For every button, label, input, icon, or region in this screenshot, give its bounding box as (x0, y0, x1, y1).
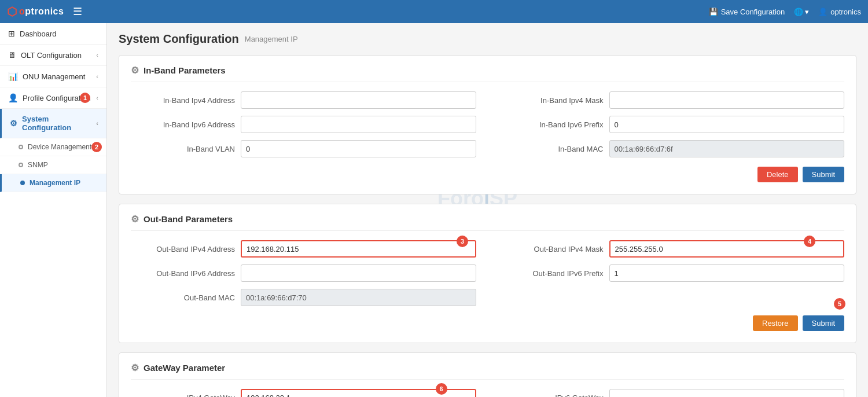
in-band-ipv6-prefix-input[interactable] (609, 116, 845, 133)
sidebar-item-system-config[interactable]: ⚙ System Configuration ‹ (0, 109, 106, 138)
in-band-section: ⚙ In-Band Parameters In-Band Ipv4 Addres… (119, 55, 856, 194)
in-band-form: In-Band Ipv4 Address In-Band Ipv4 Mask I… (131, 91, 844, 157)
in-band-mac-label: In-Band MAC (499, 145, 604, 153)
in-band-vlan-row: In-Band VLAN (131, 140, 476, 157)
sidebar-sub-item-snmp[interactable]: SNMP (0, 156, 106, 174)
out-band-mac-label: Out-Band MAC (131, 293, 235, 302)
in-band-delete-button[interactable]: Delete (757, 167, 798, 182)
language-selector[interactable]: 🌐 ▾ (794, 8, 809, 16)
page-header: System Configuration Management IP (119, 32, 856, 46)
out-band-ipv6-address-input[interactable] (241, 264, 476, 282)
sidebar-item-label: Dashboard (20, 30, 57, 38)
sidebar-sub-item-management-ip[interactable]: Management IP (0, 174, 106, 192)
gateway-title: ⚙ GateWay Parameter (131, 362, 844, 380)
out-band-ipv6-prefix-row: Out-Band IPv6 Prefix (499, 264, 845, 282)
settings-icon: ⚙ (131, 362, 139, 373)
sidebar: ⊞ Dashboard 🖥 OLT Configuration ‹ 📊 ONU … (0, 23, 107, 397)
sidebar-item-dashboard[interactable]: ⊞ Dashboard (0, 23, 106, 45)
out-band-mac-input (241, 289, 476, 306)
save-configuration-button[interactable]: 💾 Save Configuration (709, 8, 785, 16)
in-band-ipv6-address-input[interactable] (241, 116, 476, 133)
chevron-right-icon: ‹ (96, 94, 98, 101)
badge-6: 6 (436, 383, 447, 395)
brand-logo: ⬡ optronics (7, 5, 64, 19)
out-band-ipv4-address-input[interactable] (241, 240, 476, 258)
out-band-button-row: 5 Restore Submit (131, 315, 844, 331)
sidebar-item-label: OLT Configuration (21, 51, 82, 60)
in-band-ipv4-mask-row: In-Band Ipv4 Mask (499, 91, 845, 109)
badge-1: 1 (80, 93, 90, 103)
sidebar-item-olt-config[interactable]: 🖥 OLT Configuration ‹ (0, 45, 106, 66)
sidebar-sub-label: SNMP (28, 161, 48, 169)
in-band-submit-button[interactable]: Submit (803, 167, 844, 182)
out-band-form: Out-Band IPv4 Address Out-Band IPv4 Mask… (131, 240, 844, 306)
in-band-ipv4-mask-input[interactable] (609, 91, 845, 109)
out-band-ipv4-mask-label: Out-Band IPv4 Mask (499, 245, 604, 253)
content-area: Foro|SP ⚙ In-Band Parameters In-Band Ipv… (119, 55, 856, 397)
sidebar-item-label: System Configuration (22, 115, 96, 132)
ipv6-gateway-label: IPv6 GateWay (499, 394, 604, 398)
out-band-ipv6-prefix-label: Out-Band IPv6 Prefix (499, 269, 604, 278)
in-band-ipv6-prefix-label: In-Band Ipv6 Prefix (499, 120, 604, 129)
out-band-section: ⚙ Out-Band Parameters 3 4 Out-Band IPv4 … (119, 204, 856, 343)
badge-4: 4 (804, 236, 815, 247)
in-band-ipv4-address-input[interactable] (241, 91, 476, 109)
lang-arrow: ▾ (805, 8, 809, 16)
sidebar-sub-label: Device Management (28, 143, 91, 151)
system-icon: ⚙ (10, 119, 17, 128)
main-content: System Configuration Management IP Foro|… (107, 23, 868, 397)
ipv4-gateway-row: 6 IPv4 GateWay (131, 389, 476, 397)
out-band-title: ⚙ Out-Band Parameters (131, 214, 844, 231)
out-band-mac-row: Out-Band MAC (131, 289, 476, 306)
out-band-ipv4-address-row: Out-Band IPv4 Address (131, 240, 476, 258)
in-band-button-row: Delete Submit (131, 167, 844, 182)
dashboard-icon: ⊞ (8, 29, 15, 38)
profile-icon: 👤 (8, 93, 18, 102)
navbar-right: 💾 Save Configuration 🌐 ▾ 👤 optronics (709, 8, 861, 16)
in-band-ipv6-address-label: In-Band Ipv6 Address (131, 120, 235, 129)
settings-icon: ⚙ (131, 214, 139, 225)
onu-icon: 📊 (8, 72, 18, 81)
in-band-title: ⚙ In-Band Parameters (131, 65, 844, 82)
out-band-ipv6-address-label: Out-Band IPv6 Address (131, 269, 235, 278)
out-band-ipv6-address-row: Out-Band IPv6 Address (131, 264, 476, 282)
gateway-form: 6 IPv4 GateWay IPv6 GateWay (131, 389, 844, 397)
out-band-submit-button[interactable]: Submit (803, 315, 844, 331)
out-band-restore-button[interactable]: Restore (753, 315, 798, 331)
badge-2: 2 (91, 142, 102, 152)
globe-icon: 🌐 (794, 8, 803, 16)
page-title: System Configuration (119, 32, 239, 46)
chevron-right-icon: ‹ (96, 73, 98, 80)
in-band-vlan-input[interactable] (241, 140, 476, 157)
page-subtitle: Management IP (245, 35, 298, 43)
user-icon: 👤 (818, 8, 827, 16)
chevron-right-icon: ‹ (96, 52, 98, 58)
ipv6-gateway-row: IPv6 GateWay (499, 389, 845, 397)
in-band-ipv4-mask-label: In-Band Ipv4 Mask (499, 96, 604, 105)
save-icon: 💾 (709, 8, 718, 16)
ipv6-gateway-input[interactable] (609, 389, 845, 397)
badge-5: 5 (834, 298, 845, 310)
sidebar-item-profile-config[interactable]: 👤 Profile Configuration 1 ‹ (0, 87, 106, 109)
sidebar-sub-label: Management IP (30, 179, 80, 187)
dot-active-icon (20, 181, 25, 185)
in-band-mac-input (609, 140, 845, 157)
dot-icon (19, 145, 23, 149)
settings-icon: ⚙ (131, 65, 139, 76)
hamburger-icon[interactable]: ☰ (73, 5, 82, 18)
olt-icon: 🖥 (8, 50, 16, 60)
chevron-left-icon: ‹ (96, 120, 98, 127)
ipv4-gateway-label: IPv4 GateWay (131, 394, 235, 398)
user-menu[interactable]: 👤 optronics (818, 8, 861, 16)
out-band-ipv6-prefix-input[interactable] (609, 264, 845, 282)
sidebar-item-onu-mgmt[interactable]: 📊 ONU Management ‹ (0, 66, 106, 87)
in-band-ipv6-prefix-row: In-Band Ipv6 Prefix (499, 116, 845, 133)
sidebar-sub-item-device-mgmt[interactable]: Device Management 2 (0, 138, 106, 156)
in-band-ipv4-address-row: In-Band Ipv4 Address (131, 91, 476, 109)
in-band-ipv6-address-row: In-Band Ipv6 Address (131, 116, 476, 133)
save-label: Save Configuration (721, 8, 785, 16)
main-layout: ⊞ Dashboard 🖥 OLT Configuration ‹ 📊 ONU … (0, 23, 868, 397)
out-band-ipv4-mask-row: Out-Band IPv4 Mask (499, 240, 845, 258)
in-band-mac-row: In-Band MAC (499, 140, 845, 157)
badge-3: 3 (457, 236, 468, 247)
